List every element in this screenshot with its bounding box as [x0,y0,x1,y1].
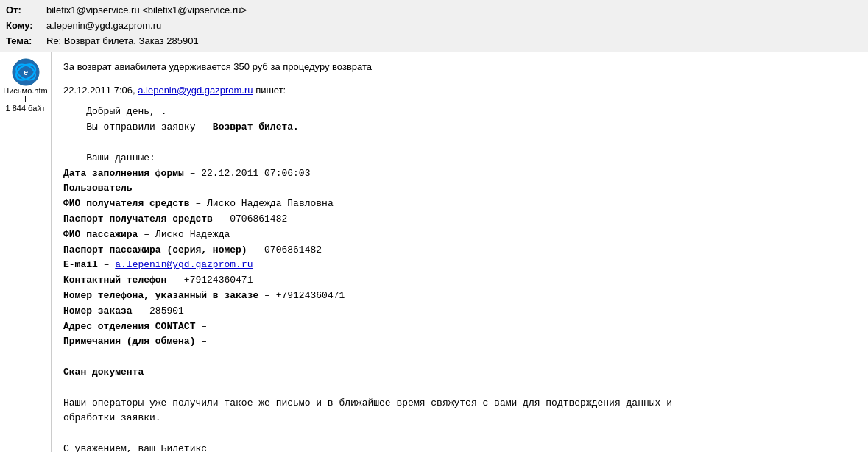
field-order-phone-label: Номер телефона, указанный в заказе [63,290,258,301]
scan-line: Скан документа – [63,365,856,381]
field-passport-recipient-label: Паспорт получателя средств [63,213,213,225]
field-order-num-value: – 285901 [138,306,183,317]
greeting-indent [63,106,86,117]
field-order-num-line: Номер заказа – 285901 [63,304,856,319]
field-passport-passenger-line: Паспорт пассажира (серия, номер) – 07068… [63,243,856,258]
subject-label: Тема: [6,34,46,49]
field-user-line: Пользователь – [63,181,856,197]
email-intro: За возврат авиабилета удерживается 350 р… [63,60,856,74]
field-fio-recipient-line: ФИО получателя средств – Лиско Надежда П… [63,197,856,212]
to-row: Кому: a.lepenin@ygd.gazprom.ru [6,18,862,34]
field-notes-value: – [201,336,207,347]
field-date-label: Дата заполнения формы [63,168,184,179]
field-fio-recipient-label: ФИО получателя средств [63,198,190,209]
field-user-value: – [138,183,144,194]
attachment-icon[interactable]: e [12,58,40,86]
subject-row: Тема: Re: Возврат билета. Заказ 285901 [6,34,862,49]
field-date-value: – 22.12.2011 07:06:03 [190,168,311,179]
from-value: biletix1@vipservice.ru <biletix1@vipserv… [46,3,247,18]
field-fio-passenger-value: – Лиско Надежда [144,229,230,240]
field-order-phone-value: – +79124360471 [264,290,345,301]
email-sidebar: e Письмо.html 1 844 байт [0,52,52,452]
app-indent [63,121,86,133]
field-order-num-label: Номер заказа [63,306,133,317]
operators-line1: Наши операторы уже получили такое же пис… [63,396,856,412]
data-indent [63,152,86,163]
attachment-size: 1 844 байт [6,104,46,113]
field-passport-recipient-line: Паспорт получателя средств – 0706861482 [63,212,856,227]
greeting-line: Добрый день, . [63,105,856,120]
field-contact-value: – [201,321,207,332]
email-header: От: biletix1@vipservice.ru <biletix1@vip… [0,0,868,52]
field-phone-line: Контактный телефон – +79124360471 [63,273,856,289]
to-value: a.lepenin@ygd.gazprom.ru [46,18,161,34]
field-notes-line: Примечания (для обмена) – [63,334,856,350]
scan-label: Скан документа [63,367,144,378]
field-contact-line: Адрес отделения CONTACT – [63,319,856,335]
quote-header: 22.12.2011 7:06, a.lepenin@ygd.gazprom.r… [63,83,856,98]
quote-email-link[interactable]: a.lepenin@ygd.gazprom.ru [138,85,253,96]
regards-text: С уважением, ваш Билетикс [63,443,207,452]
field-phone-value: – +79124360471 [172,275,253,286]
email-content: За возврат авиабилета удерживается 350 р… [52,52,868,452]
field-email-link[interactable]: a.lepenin@ygd.gazprom.ru [115,259,253,270]
field-phone-label: Контактный телефон [63,275,166,286]
field-date-line: Дата заполнения формы – 22.12.2011 07:06… [63,166,856,182]
to-label: Кому: [6,18,46,34]
subject-value: Re: Возврат билета. Заказ 285901 [46,34,199,49]
operators-text: Наши операторы уже получили такое же пис… [63,398,672,409]
field-fio-recipient-value: – Лиско Надежда Павловна [195,198,333,209]
field-order-phone-line: Номер телефона, указанный в заказе – +79… [63,289,856,304]
attachment-name[interactable]: Письмо.html [3,86,48,104]
your-data-line: Ваши данные: [63,151,856,166]
field-user-label: Пользователь [63,183,133,194]
scan-value: – [149,367,155,378]
from-row: От: biletix1@vipservice.ru <biletix1@vip… [6,3,862,18]
field-email-line: E-mail – a.lepenin@ygd.gazprom.ru [63,258,856,273]
field-notes-label: Примечания (для обмена) [63,336,195,347]
email-body-container: e Письмо.html 1 844 байт За возврат авиа… [0,52,868,452]
field-passport-passenger-value: – 0706861482 [253,244,322,255]
application-bold: Возврат билета. [213,121,299,133]
application-line: Вы отправили заявку – Возврат билета. [63,120,856,135]
operators-text2: обработки заявки. [63,412,161,423]
field-passport-passenger-label: Паспорт пассажира (серия, номер) [63,244,247,255]
svg-text:e: e [23,68,27,77]
quote-suffix: пишет: [255,85,286,96]
field-fio-passenger-line: ФИО пассажира – Лиско Надежда [63,227,856,243]
body-text: Добрый день, . Вы отправили заявку – Воз… [63,105,856,452]
operators-line2: обработки заявки. [63,411,856,426]
quote-date: 22.12.2011 7:06, [63,85,135,96]
intro-text: За возврат авиабилета удерживается 350 р… [63,61,372,72]
from-label: От: [6,3,46,18]
field-passport-recipient-value: – 0706861482 [219,213,288,225]
regards-line: С уважением, ваш Билетикс [63,442,856,452]
field-email-label: E-mail [63,259,98,270]
field-email-dash: – [104,259,110,270]
field-fio-passenger-label: ФИО пассажира [63,229,138,240]
field-contact-label: Адрес отделения CONTACT [63,321,195,332]
